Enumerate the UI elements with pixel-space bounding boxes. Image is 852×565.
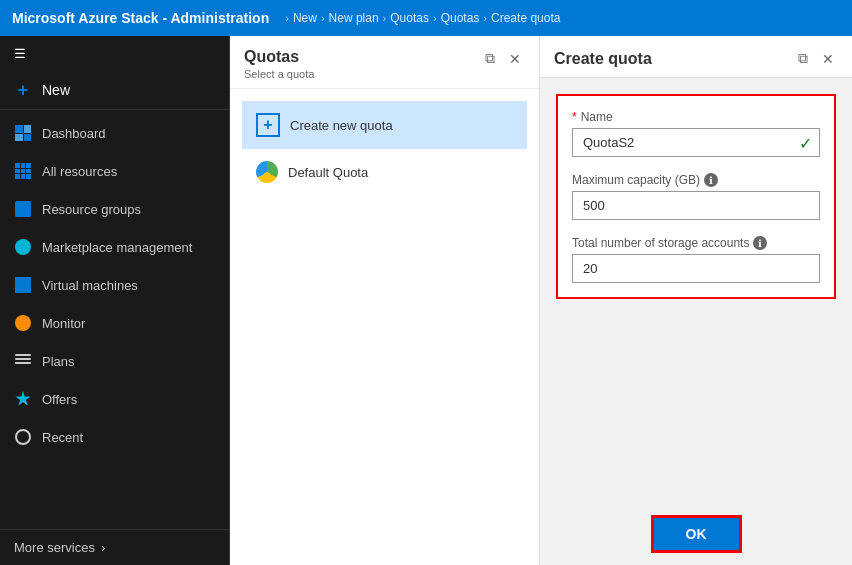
all-resources-label: All resources <box>42 164 117 179</box>
breadcrumb-newplan: New plan <box>329 11 379 25</box>
app-title: Microsoft Azure Stack - Administration <box>12 10 269 26</box>
quotas-close-button[interactable]: ✕ <box>505 49 525 69</box>
breadcrumb-quotas1: Quotas <box>390 11 429 25</box>
quotas-panel-body: + Create new quota Default Quota <box>230 89 539 565</box>
plans-label: Plans <box>42 354 75 369</box>
hamburger-icon: ☰ <box>14 46 26 61</box>
create-panel-restore-button[interactable]: ⧉ <box>794 48 812 69</box>
default-quota-label: Default Quota <box>288 165 368 180</box>
quotas-panel: Quotas Select a quota ⧉ ✕ + Create new q… <box>230 36 540 565</box>
marketplace-label: Marketplace management <box>42 240 192 255</box>
hamburger-menu[interactable]: ☰ <box>0 36 229 71</box>
sidebar-item-resource-groups[interactable]: Resource groups <box>0 190 229 228</box>
sidebar-item-recent[interactable]: Recent <box>0 418 229 456</box>
create-quota-panel: Create quota ⧉ ✕ * Name <box>540 36 852 565</box>
storage-accounts-field: Total number of storage accounts ℹ <box>572 236 820 283</box>
quotas-panel-title: Quotas <box>244 48 314 66</box>
sidebar-item-dashboard[interactable]: Dashboard <box>0 114 229 152</box>
ok-button[interactable]: OK <box>651 515 742 553</box>
sidebar: ☰ + New Dashboard <box>0 36 230 565</box>
default-quota-item[interactable]: Default Quota <box>242 151 527 193</box>
name-field: * Name ✓ <box>572 110 820 157</box>
monitor-label: Monitor <box>42 316 85 331</box>
quotas-panel-subtitle: Select a quota <box>244 68 314 80</box>
name-label: * Name <box>572 110 820 124</box>
breadcrumb-new: New <box>293 11 317 25</box>
create-panel-title: Create quota <box>554 50 652 68</box>
topbar: Microsoft Azure Stack - Administration ›… <box>0 0 852 36</box>
quotas-panel-header: Quotas Select a quota ⧉ ✕ <box>230 36 539 89</box>
capacity-field: Maximum capacity (GB) ℹ <box>572 173 820 220</box>
create-panel-close-button[interactable]: ✕ <box>818 48 838 69</box>
more-services[interactable]: More services › <box>0 529 229 565</box>
name-input[interactable] <box>572 128 820 157</box>
breadcrumb-quotas2: Quotas <box>441 11 480 25</box>
storage-accounts-info-icon[interactable]: ℹ <box>753 236 767 250</box>
create-panel-header: Create quota ⧉ ✕ <box>540 36 852 78</box>
name-check-icon: ✓ <box>799 133 812 152</box>
breadcrumb-createquota: Create quota <box>491 11 560 25</box>
virtual-machines-label: Virtual machines <box>42 278 138 293</box>
create-quota-plus-icon: + <box>256 113 280 137</box>
sidebar-item-all-resources[interactable]: All resources <box>0 152 229 190</box>
create-quota-label: Create new quota <box>290 118 393 133</box>
sidebar-item-new[interactable]: + New <box>0 71 229 110</box>
capacity-info-icon[interactable]: ℹ <box>704 173 718 187</box>
offers-label: Offers <box>42 392 77 407</box>
quota-pie-icon <box>256 161 278 183</box>
name-required-indicator: * <box>572 110 577 124</box>
sidebar-item-virtual-machines[interactable]: Virtual machines <box>0 266 229 304</box>
quotas-restore-button[interactable]: ⧉ <box>481 48 499 69</box>
footer-area: OK <box>540 503 852 565</box>
resource-groups-label: Resource groups <box>42 202 141 217</box>
sidebar-item-marketplace[interactable]: Marketplace management <box>0 228 229 266</box>
create-panel-body: * Name ✓ Maximum capacity (GB) ℹ <box>540 78 852 503</box>
recent-icon <box>14 428 32 446</box>
dashboard-label: Dashboard <box>42 126 106 141</box>
capacity-input[interactable] <box>572 191 820 220</box>
form-section: * Name ✓ Maximum capacity (GB) ℹ <box>556 94 836 299</box>
capacity-label: Maximum capacity (GB) ℹ <box>572 173 820 187</box>
offers-icon <box>14 390 32 408</box>
main-layout: ☰ + New Dashboard <box>0 36 852 565</box>
all-resources-icon <box>14 162 32 180</box>
virtual-machines-icon <box>14 276 32 294</box>
sidebar-item-plans[interactable]: Plans <box>0 342 229 380</box>
more-services-label: More services <box>14 540 95 555</box>
recent-label: Recent <box>42 430 83 445</box>
create-new-quota-button[interactable]: + Create new quota <box>242 101 527 149</box>
sidebar-item-monitor[interactable]: Monitor <box>0 304 229 342</box>
storage-accounts-input[interactable] <box>572 254 820 283</box>
plans-icon <box>14 352 32 370</box>
dashboard-icon <box>14 124 32 142</box>
marketplace-icon <box>14 238 32 256</box>
chevron-right-icon: › <box>101 540 105 555</box>
new-label: New <box>42 82 70 98</box>
plus-icon: + <box>14 81 32 99</box>
content-area: Quotas Select a quota ⧉ ✕ + Create new q… <box>230 36 852 565</box>
monitor-icon <box>14 314 32 332</box>
breadcrumb: › New › New plan › Quotas › Quotas › Cre… <box>285 11 560 25</box>
resource-groups-icon <box>14 200 32 218</box>
sidebar-item-offers[interactable]: Offers <box>0 380 229 418</box>
storage-accounts-label: Total number of storage accounts ℹ <box>572 236 820 250</box>
